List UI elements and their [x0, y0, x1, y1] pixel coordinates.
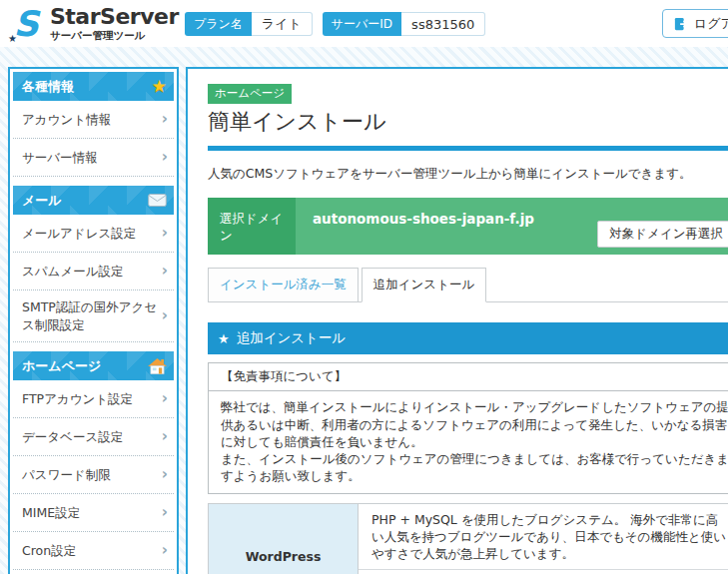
- sidebar-item-site-forwarding[interactable]: サイト転送設定 ›: [13, 570, 174, 574]
- sidebar-section-homepage: ホームページ FTPアカウント設定 › データベース設定 › パスワード制限 ›…: [13, 351, 174, 574]
- plan-label: プラン名: [185, 12, 252, 36]
- header-badges: プラン名 ライト サーバーID ss831560: [185, 12, 485, 36]
- selected-domain-label: 選択ドメイン: [208, 198, 296, 255]
- selected-domain-value-area: autonomous-shoes-japan-f.jp 対象ドメイン再選択: [296, 198, 728, 255]
- tab-add-install[interactable]: 追加インストール: [362, 268, 486, 302]
- starserver-logo-icon: S ★: [8, 5, 44, 43]
- app-name-cell: WordPress: [209, 504, 359, 574]
- disclaimer-line-1: 弊社では、簡単インストールによりインストール・アップグレードしたソフトウェアの提…: [221, 398, 728, 450]
- title-underline: [208, 146, 728, 151]
- tab-installed-list[interactable]: インストール済み一覧: [208, 268, 359, 302]
- plan-value: ライト: [252, 12, 313, 36]
- chevron-right-icon: ›: [162, 109, 168, 130]
- chevron-right-icon: ›: [162, 426, 168, 447]
- page-background: 各種情報 ★ アカウント情報 › サーバー情報 › メール メー: [0, 47, 728, 574]
- disclaimer-line-2: また、インストール後のソフトウェアの管理につきましては、お客様で行っていただきま…: [221, 450, 728, 485]
- logo: S ★ StarServer サーバー管理ツール: [8, 5, 179, 43]
- sidebar-item-server-info[interactable]: サーバー情報 ›: [13, 139, 174, 177]
- chevron-right-icon: ›: [162, 147, 168, 168]
- sidebar-item-mail-address[interactable]: メールアドレス設定 ›: [13, 215, 174, 253]
- star-icon: ★: [152, 78, 167, 95]
- sidebar: 各種情報 ★ アカウント情報 › サーバー情報 › メール メー: [8, 67, 179, 574]
- logout-icon: [674, 17, 688, 31]
- sidebar-section-info: 各種情報 ★ アカウント情報 › サーバー情報 ›: [13, 72, 174, 177]
- sidebar-item-account-info[interactable]: アカウント情報 ›: [13, 101, 174, 139]
- section-header: ★ 追加インストール: [208, 322, 728, 354]
- category-badge: ホームページ: [208, 84, 292, 104]
- disclaimer-body: 弊社では、簡単インストールによりインストール・アップグレードしたソフトウェアの提…: [209, 391, 728, 492]
- reselect-domain-button[interactable]: 対象ドメイン再選択: [597, 221, 728, 248]
- home-icon: [148, 358, 167, 374]
- chevron-right-icon: ›: [162, 540, 168, 561]
- app-subtitle: サーバー管理ツール: [50, 29, 179, 43]
- main-content: ホームページ 簡単インストール 人気のCMSソフトウェアをサーバー管理ツール上か…: [186, 67, 728, 574]
- chevron-right-icon: ›: [162, 223, 168, 244]
- tabs: インストール済み一覧 追加インストール: [208, 268, 728, 302]
- app-title: StarServer: [50, 5, 179, 29]
- sidebar-section-mail: メール メールアドレス設定 › スパムメール設定 › SMTP認証の国外アクセス…: [13, 186, 174, 342]
- chevron-right-icon: ›: [162, 261, 168, 282]
- sidebar-item-smtp-restriction[interactable]: SMTP認証の国外アクセス制限設定 ›: [13, 290, 174, 342]
- chevron-right-icon: ›: [162, 502, 168, 523]
- logout-button[interactable]: ログアウト: [662, 9, 728, 38]
- sidebar-section-mail-header: メール: [13, 186, 174, 215]
- sidebar-item-cron[interactable]: Cron設定 ›: [13, 532, 174, 570]
- app-row-wordpress: WordPress PHP + MySQL を使用したブログシステム。 海外で非…: [208, 503, 728, 574]
- chevron-right-icon: ›: [162, 388, 168, 409]
- star-icon: ★: [218, 332, 230, 345]
- app-description: PHP + MySQL を使用したブログシステム。 海外で非常に高い人気を持つブ…: [359, 504, 728, 571]
- sidebar-item-database[interactable]: データベース設定 ›: [13, 418, 174, 456]
- chevron-right-icon: ›: [162, 305, 168, 326]
- sidebar-item-spam-mail[interactable]: スパムメール設定 ›: [13, 253, 174, 290]
- page-title: 簡単インストール: [208, 108, 728, 136]
- plan-badge: プラン名 ライト: [185, 12, 313, 36]
- selected-domain-box: 選択ドメイン autonomous-shoes-japan-f.jp 対象ドメイ…: [208, 198, 728, 255]
- sidebar-section-info-header: 各種情報 ★: [13, 72, 174, 101]
- app-header: S ★ StarServer サーバー管理ツール プラン名 ライト サーバーID…: [0, 0, 728, 47]
- server-id-value: ss831560: [401, 12, 485, 36]
- sidebar-section-homepage-header: ホームページ: [13, 351, 174, 380]
- sidebar-item-mime[interactable]: MIME設定 ›: [13, 494, 174, 532]
- logo-star-icon: ★: [8, 33, 17, 44]
- disclaimer-box: 【免責事項について】 弊社では、簡単インストールによりインストール・アップグレー…: [208, 362, 728, 493]
- page: S ★ StarServer サーバー管理ツール プラン名 ライト サーバーID…: [0, 0, 728, 574]
- server-id-badge: サーバーID ss831560: [323, 12, 486, 36]
- sidebar-item-ftp-account[interactable]: FTPアカウント設定 ›: [13, 380, 174, 418]
- server-id-label: サーバーID: [323, 12, 401, 36]
- sidebar-item-password-limit[interactable]: パスワード制限 ›: [13, 456, 174, 494]
- chevron-right-icon: ›: [162, 464, 168, 485]
- mail-icon: [148, 194, 167, 207]
- intro-text: 人気のCMSソフトウェアをサーバー管理ツール上から簡単にインストールできます。: [208, 165, 728, 183]
- disclaimer-title: 【免責事項について】: [209, 363, 728, 391]
